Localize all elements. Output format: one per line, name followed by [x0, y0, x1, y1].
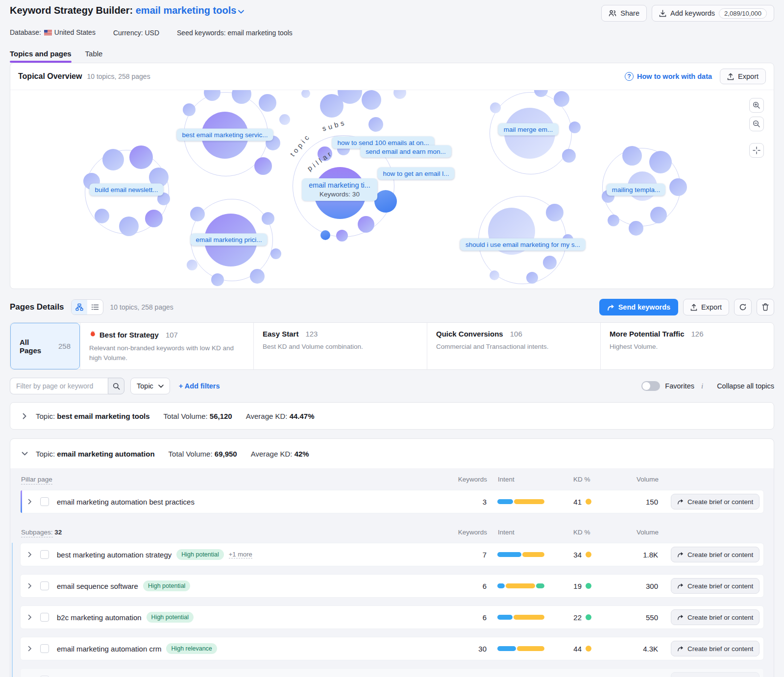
create-brief-button[interactable]: Create brief or content: [671, 641, 760, 656]
col-kd: KD %: [561, 529, 608, 536]
col-intent: Intent: [487, 529, 561, 536]
pillar-topic-label[interactable]: email marketing ti... Keywords: 30: [302, 178, 377, 201]
us-flag-icon: [44, 29, 52, 37]
row-checkbox[interactable]: [40, 550, 49, 559]
row-checkbox[interactable]: [40, 497, 49, 506]
currency-meta: Currency: USD: [113, 29, 159, 37]
info-icon[interactable]: i: [699, 382, 705, 390]
keywords-count: 3: [457, 498, 487, 506]
flame-icon: [89, 330, 96, 339]
collapse-all-topics-link[interactable]: Collapse all topics: [717, 382, 774, 390]
topic-label[interactable]: email marketing prici...: [190, 234, 267, 246]
topic-bubble-chart[interactable]: subs topic pillar best email marketing s…: [10, 90, 774, 289]
zoom-out-button[interactable]: [749, 117, 764, 131]
col-volume: Volume: [608, 529, 659, 536]
filter-bar: Topic + Add filters Favorites i Collapse…: [10, 378, 774, 394]
list-view-button[interactable]: [87, 300, 103, 314]
chevron-down-icon: [158, 385, 164, 388]
create-brief-button[interactable]: Create brief or content: [671, 578, 760, 594]
pages-export-button[interactable]: Export: [683, 299, 729, 315]
kd-dot: [586, 614, 591, 620]
tab-topics-and-pages[interactable]: Topics and pages: [10, 49, 72, 63]
keywords-count: 7: [457, 551, 487, 559]
project-meta: Database:United States Currency: USD See…: [10, 28, 774, 37]
col-keywords: Keywords: [458, 529, 487, 536]
tree-connector-line: [12, 543, 13, 677]
overview-title: Topical Overview: [18, 72, 82, 81]
tab-easy-start[interactable]: Easy Start123 Best KD and Volume combina…: [253, 323, 427, 369]
tab-all-pages[interactable]: All Pages258: [10, 323, 80, 369]
topic-label[interactable]: best email marketing servic...: [177, 129, 273, 141]
refresh-button[interactable]: [734, 299, 752, 315]
add-keywords-button[interactable]: Add keywords 2,089/10,000: [652, 5, 774, 22]
page-name[interactable]: email marketing automation best practice…: [57, 498, 195, 506]
page-name[interactable]: b2c marketing automation: [57, 613, 142, 622]
topic-row-collapsed[interactable]: Topic: best email marketing tools Total …: [10, 402, 774, 430]
ring-word-subs: subs: [321, 118, 347, 132]
row-expand-icon[interactable]: [24, 495, 36, 508]
collapse-chevron-icon[interactable]: [18, 447, 31, 460]
how-to-work-link[interactable]: ?How to work with data: [625, 72, 712, 81]
topic-label[interactable]: mailing templa...: [607, 184, 665, 196]
keywords-count: 6: [457, 582, 487, 590]
subtopic-label[interactable]: how to get an email l...: [377, 168, 454, 180]
tab-best-for-strategy[interactable]: Best for Strategy107 Relevant non-brande…: [80, 323, 253, 369]
potential-badge: High potential: [176, 549, 223, 560]
trash-icon: [762, 303, 769, 311]
row-expand-icon[interactable]: [24, 642, 36, 655]
row-expand-icon[interactable]: [24, 611, 36, 624]
topic-label[interactable]: build email newslett...: [89, 184, 163, 196]
topic-kd: 44.47%: [290, 412, 315, 420]
col-volume: Volume: [608, 476, 659, 483]
filter-input[interactable]: [10, 378, 108, 394]
download-icon: [659, 10, 666, 17]
project-name-dropdown[interactable]: email marketing tools: [136, 5, 245, 16]
expand-chevron-icon[interactable]: [18, 410, 31, 422]
page-name[interactable]: email sequence software: [57, 582, 138, 590]
search-button[interactable]: [108, 378, 124, 394]
create-brief-button[interactable]: Create brief or content: [671, 672, 760, 677]
center-view-button[interactable]: [749, 143, 764, 158]
people-icon: [609, 10, 616, 17]
create-brief-button[interactable]: Create brief or content: [671, 547, 760, 562]
tab-quick-conversions[interactable]: Quick Conversions106 Commercial and Tran…: [427, 323, 600, 369]
topic-label[interactable]: should i use email marketing for my s...: [460, 239, 586, 251]
subpages-label: Subpages:: [21, 529, 53, 537]
create-brief-button[interactable]: Create brief or content: [671, 609, 760, 625]
page-name[interactable]: email marketing automation crm: [57, 645, 161, 653]
row-expand-icon[interactable]: [24, 548, 36, 561]
topic-section-expanded: Topic: email marketing automation Total …: [10, 438, 774, 677]
forward-arrow-icon: [677, 499, 684, 505]
send-keywords-button[interactable]: Send keywords: [599, 299, 678, 315]
create-brief-button[interactable]: Create brief or content: [671, 494, 760, 509]
row-expand-icon[interactable]: [24, 580, 36, 592]
add-filters-link[interactable]: + Add filters: [179, 382, 220, 390]
topic-row-expanded[interactable]: Topic: email marketing automation Total …: [10, 439, 774, 468]
share-button[interactable]: Share: [601, 5, 647, 22]
tab-table[interactable]: Table: [85, 49, 103, 63]
topic-filter-dropdown[interactable]: Topic: [130, 378, 170, 394]
row-checkbox[interactable]: [40, 613, 49, 622]
col-keywords: Keywords: [458, 476, 487, 483]
kd-dot: [586, 552, 591, 557]
page-name[interactable]: best marketing automation strategy: [57, 551, 172, 559]
forward-arrow-icon: [607, 304, 614, 311]
keywords-count: 30: [457, 645, 487, 653]
intent-bar: [497, 615, 544, 620]
zoom-in-button[interactable]: [749, 98, 764, 113]
more-badges-link[interactable]: +1 more: [229, 551, 252, 558]
subtopic-label[interactable]: send email and earn mon...: [360, 145, 451, 158]
delete-button[interactable]: [757, 299, 774, 315]
topic-label[interactable]: mail merge em...: [498, 123, 559, 136]
favorites-toggle[interactable]: [641, 381, 660, 391]
row-checkbox[interactable]: [40, 581, 49, 590]
pillar-table-header: Pillar page Keywords Intent KD % Volume: [20, 468, 764, 490]
topic-kd: 42%: [294, 450, 309, 458]
tab-more-potential-traffic[interactable]: More Potential Traffic126 Highest Volume…: [600, 323, 774, 369]
row-checkbox[interactable]: [40, 644, 49, 653]
relevance-badge: High relevance: [166, 643, 217, 654]
pillar-page-label: Pillar page: [21, 476, 52, 484]
tree-view-button[interactable]: [72, 300, 87, 314]
row-expand-icon[interactable]: [24, 674, 36, 677]
overview-export-button[interactable]: Export: [720, 69, 766, 84]
